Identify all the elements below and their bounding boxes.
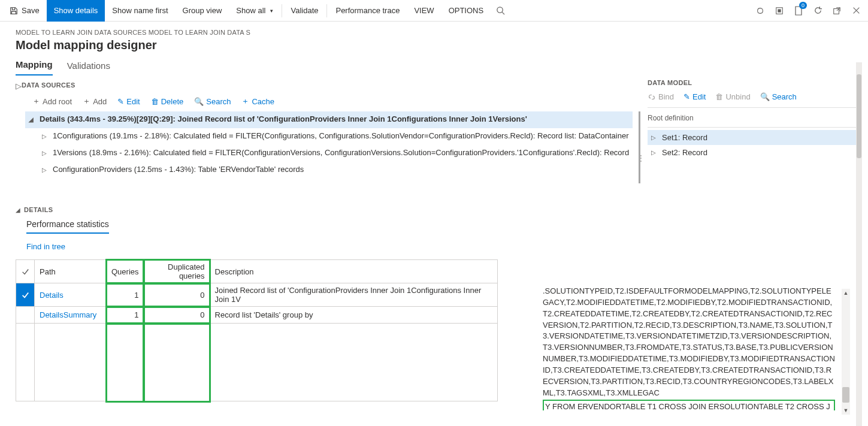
cell-description: Joined Record list of 'ConfigurationProv…	[210, 283, 497, 307]
popout-button[interactable]	[827, 0, 846, 22]
attach-button[interactable]	[751, 0, 770, 22]
tree-node-1configurations[interactable]: ▷ 1Configurations (19.1ms - 2.18%): Calc…	[25, 128, 633, 145]
tab-validations[interactable]: Validations	[67, 61, 110, 75]
col-path[interactable]: Path	[35, 260, 107, 283]
collapse-icon[interactable]: ◢	[29, 114, 36, 125]
path-link[interactable]: Details	[40, 291, 63, 300]
row-selector[interactable]	[16, 307, 35, 324]
details-header: DETAILS	[24, 206, 53, 213]
add-root-button[interactable]: ＋Add root	[29, 95, 75, 108]
tree-node-label: 1Configurations (19.1ms - 2.18%): Calcul…	[53, 131, 629, 140]
search-icon: 🔍	[760, 92, 770, 101]
notification-badge: 0	[799, 2, 807, 9]
grid-header-row: Path Queries Duplicated queries Descript…	[16, 260, 498, 283]
select-all-checkbox[interactable]	[16, 260, 35, 283]
show-details-button[interactable]: Show details	[47, 0, 105, 22]
col-duplicated-queries[interactable]: Duplicated queries	[144, 260, 210, 283]
performance-trace-button[interactable]: Performance trace	[328, 0, 407, 22]
dm-node-set2[interactable]: ▷ Set2: Record	[648, 145, 857, 160]
plus-icon: ＋	[241, 96, 249, 107]
col-queries[interactable]: Queries	[107, 260, 144, 283]
page-title: Model mapping designer	[16, 38, 852, 52]
show-name-first-button[interactable]: Show name first	[105, 0, 175, 22]
add-button[interactable]: ＋Add	[79, 95, 110, 108]
expand-icon[interactable]: ▷	[42, 148, 49, 159]
office-button[interactable]	[770, 0, 789, 22]
cell-path: DetailsSummary	[35, 307, 107, 324]
trash-icon: 🗑	[151, 97, 159, 106]
data-model-header: DATA MODEL	[648, 79, 857, 92]
link-icon	[648, 93, 656, 101]
expand-icon[interactable]: ▷	[651, 149, 658, 156]
breadcrumb: MODEL TO LEARN JOIN DATA SOURCES MODEL T…	[16, 29, 852, 36]
tab-performance-statistics[interactable]: Performance statistics	[26, 219, 109, 234]
data-sources-toolbar: ＋Add root ＋Add ✎Edit 🗑Delete 🔍Search ＋Ca…	[22, 92, 640, 111]
dm-node-label: Set2: Record	[662, 148, 707, 157]
view-menu[interactable]: VIEW	[407, 0, 441, 22]
path-link[interactable]: DetailsSummary	[40, 310, 96, 319]
tree-node-1versions[interactable]: ▷ 1Versions (18.9ms - 2.16%): Calculated…	[25, 145, 633, 162]
data-sources-tree: ◢ Details (343.4ms - 39.25%)[29][Q:29]: …	[25, 111, 640, 183]
cell-dup-queries: 0	[144, 307, 210, 324]
scroll-down-icon[interactable]: ▼	[842, 406, 850, 415]
dm-node-set1[interactable]: ▷ Set1: Record	[648, 130, 857, 145]
save-icon	[10, 7, 18, 15]
row-selector[interactable]	[16, 283, 35, 307]
search-button[interactable]	[491, 0, 510, 22]
search-button[interactable]: 🔍 Search	[760, 92, 797, 101]
options-menu[interactable]: OPTIONS	[441, 0, 491, 22]
show-all-button[interactable]: Show all▾	[229, 0, 280, 22]
plus-icon: ＋	[32, 96, 40, 107]
sql-highlight: Y FROM ERVENDORTABLE T1 CROSS JOIN ERSOL…	[543, 400, 835, 411]
edit-button[interactable]: ✎Edit	[114, 96, 143, 107]
group-view-button[interactable]: Group view	[176, 0, 229, 22]
save-button[interactable]: Save	[2, 0, 47, 22]
expand-icon[interactable]: ▷	[42, 165, 49, 176]
cache-button[interactable]: ＋Cache	[238, 95, 278, 108]
sql-text: .SOLUTIONTYPEID,T2.ISDEFAULTFORMODELMAPP…	[543, 286, 835, 397]
scrollbar-thumb[interactable]	[857, 74, 861, 158]
tab-mapping[interactable]: Mapping	[16, 59, 53, 75]
tree-node-details[interactable]: ◢ Details (343.4ms - 39.25%)[29][Q:29]: …	[25, 111, 633, 128]
validate-button[interactable]: Validate	[283, 0, 325, 22]
delete-button[interactable]: 🗑Delete	[147, 96, 187, 107]
page-scrollbar[interactable]	[856, 62, 862, 426]
command-bar: Save Show details Show name first Group …	[0, 0, 868, 22]
close-button[interactable]	[846, 0, 866, 22]
splitter-grip[interactable]: ⋮	[637, 153, 645, 163]
unbind-button[interactable]: 🗑 Unbind	[715, 92, 750, 101]
search-icon	[496, 6, 505, 15]
dm-node-label: Set1: Record	[662, 133, 707, 142]
trash-icon: 🗑	[715, 92, 723, 101]
bind-button[interactable]: Bind	[648, 92, 674, 101]
sql-scrollbar[interactable]: ▲ ▼	[842, 289, 850, 415]
scroll-up-icon[interactable]: ▲	[842, 289, 850, 297]
notifications-button[interactable]: 0	[789, 0, 808, 22]
attach-icon	[756, 7, 764, 15]
tree-node-configurationproviders[interactable]: ▷ ConfigurationProviders (12.5ms - 1.43%…	[25, 162, 633, 179]
grid-row[interactable]: DetailsSummary 1 0 Record list 'Details'…	[16, 307, 498, 324]
find-in-tree-link[interactable]: Find in tree	[16, 234, 65, 257]
collapse-data-sources[interactable]: ▷	[16, 79, 22, 183]
expand-icon[interactable]: ▷	[42, 131, 49, 142]
data-model-toolbar: Bind ✎ Edit 🗑 Unbind 🔍 Search	[648, 92, 857, 108]
performance-grid: Path Queries Duplicated queries Descript…	[16, 259, 498, 401]
cell-description: Record list 'Details' group by	[210, 307, 497, 324]
collapse-details[interactable]: ◢	[16, 207, 20, 213]
divider	[326, 4, 327, 17]
search-button[interactable]: 🔍Search	[190, 96, 234, 107]
grid-row[interactable]: Details 1 0 Joined Record list of 'Confi…	[16, 283, 498, 307]
sql-preview-pane[interactable]: .SOLUTIONTYPEID,T2.ISDEFAULTFORMODELMAPP…	[540, 285, 839, 411]
tree-node-label: 1Versions (18.9ms - 2.16%): Calculated f…	[53, 148, 629, 157]
page-header: MODEL TO LEARN JOIN DATA SOURCES MODEL T…	[0, 22, 868, 56]
scrollbar-thumb[interactable]	[842, 387, 849, 403]
close-icon	[852, 7, 860, 14]
refresh-button[interactable]	[808, 0, 827, 22]
svg-point-0	[497, 7, 503, 13]
edit-button[interactable]: ✎ Edit	[683, 92, 706, 101]
cell-path: Details	[35, 283, 107, 307]
grid-row-empty	[16, 324, 498, 401]
svg-line-1	[502, 12, 504, 14]
col-description[interactable]: Description	[210, 260, 497, 283]
expand-icon[interactable]: ▷	[651, 134, 658, 141]
